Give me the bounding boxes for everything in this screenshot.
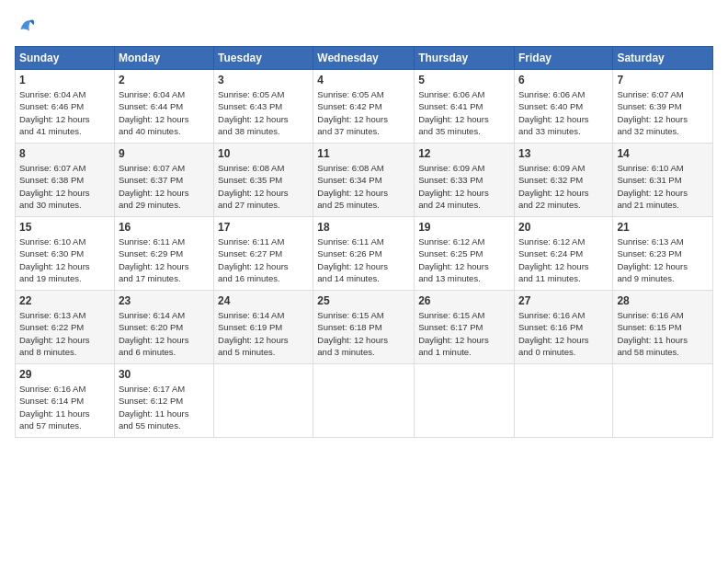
day-number: 8 bbox=[19, 147, 110, 160]
logo bbox=[15, 15, 39, 37]
day-number: 7 bbox=[617, 74, 709, 86]
logo-icon bbox=[15, 15, 37, 37]
day-number: 25 bbox=[317, 294, 410, 307]
day-info: Sunrise: 6:07 AMSunset: 6:37 PMDaylight:… bbox=[119, 162, 210, 211]
day-number: 4 bbox=[317, 74, 410, 86]
day-number: 12 bbox=[418, 147, 510, 160]
calendar-cell: 19Sunrise: 6:12 AMSunset: 6:25 PMDayligh… bbox=[415, 217, 515, 291]
day-info: Sunrise: 6:10 AMSunset: 6:30 PMDaylight:… bbox=[19, 236, 110, 284]
calendar-cell: 1Sunrise: 6:04 AMSunset: 6:46 PMDaylight… bbox=[16, 70, 115, 144]
calendar-cell: 3Sunrise: 6:05 AMSunset: 6:43 PMDaylight… bbox=[214, 70, 313, 144]
calendar-cell bbox=[613, 364, 713, 438]
day-info: Sunrise: 6:14 AMSunset: 6:20 PMDaylight:… bbox=[119, 309, 210, 358]
day-info: Sunrise: 6:11 AMSunset: 6:26 PMDaylight:… bbox=[317, 236, 410, 284]
col-header-saturday: Saturday bbox=[613, 47, 713, 70]
calendar-cell: 25Sunrise: 6:15 AMSunset: 6:18 PMDayligh… bbox=[313, 291, 415, 364]
day-info: Sunrise: 6:11 AMSunset: 6:29 PMDaylight:… bbox=[119, 236, 210, 284]
day-info: Sunrise: 6:13 AMSunset: 6:22 PMDaylight:… bbox=[19, 309, 110, 358]
day-info: Sunrise: 6:05 AMSunset: 6:43 PMDaylight:… bbox=[218, 88, 309, 137]
day-info: Sunrise: 6:10 AMSunset: 6:31 PMDaylight:… bbox=[617, 162, 709, 211]
calendar-cell: 8Sunrise: 6:07 AMSunset: 6:38 PMDaylight… bbox=[16, 144, 115, 217]
calendar-cell: 16Sunrise: 6:11 AMSunset: 6:29 PMDayligh… bbox=[114, 217, 213, 291]
day-number: 27 bbox=[518, 294, 609, 307]
day-info: Sunrise: 6:05 AMSunset: 6:42 PMDaylight:… bbox=[317, 88, 410, 137]
calendar-cell: 13Sunrise: 6:09 AMSunset: 6:32 PMDayligh… bbox=[514, 144, 612, 217]
calendar-cell: 26Sunrise: 6:15 AMSunset: 6:17 PMDayligh… bbox=[415, 291, 515, 364]
day-number: 16 bbox=[119, 221, 210, 234]
day-info: Sunrise: 6:11 AMSunset: 6:27 PMDaylight:… bbox=[218, 236, 309, 284]
day-info: Sunrise: 6:04 AMSunset: 6:46 PMDaylight:… bbox=[19, 88, 110, 137]
day-number: 19 bbox=[418, 221, 510, 234]
day-info: Sunrise: 6:07 AMSunset: 6:38 PMDaylight:… bbox=[19, 162, 110, 211]
calendar-week-row: 15Sunrise: 6:10 AMSunset: 6:30 PMDayligh… bbox=[16, 217, 713, 291]
calendar-cell bbox=[313, 364, 415, 438]
calendar-cell: 20Sunrise: 6:12 AMSunset: 6:24 PMDayligh… bbox=[514, 217, 612, 291]
day-number: 29 bbox=[19, 368, 110, 381]
day-info: Sunrise: 6:13 AMSunset: 6:23 PMDaylight:… bbox=[617, 236, 709, 284]
day-number: 23 bbox=[119, 294, 210, 307]
day-info: Sunrise: 6:15 AMSunset: 6:17 PMDaylight:… bbox=[418, 309, 510, 358]
day-info: Sunrise: 6:14 AMSunset: 6:19 PMDaylight:… bbox=[218, 309, 309, 358]
day-number: 6 bbox=[518, 74, 609, 86]
calendar-cell: 15Sunrise: 6:10 AMSunset: 6:30 PMDayligh… bbox=[16, 217, 115, 291]
day-number: 24 bbox=[218, 294, 309, 307]
day-info: Sunrise: 6:08 AMSunset: 6:34 PMDaylight:… bbox=[317, 162, 410, 211]
day-info: Sunrise: 6:08 AMSunset: 6:35 PMDaylight:… bbox=[218, 162, 309, 211]
calendar-cell: 28Sunrise: 6:16 AMSunset: 6:15 PMDayligh… bbox=[613, 291, 713, 364]
calendar-cell: 10Sunrise: 6:08 AMSunset: 6:35 PMDayligh… bbox=[214, 144, 313, 217]
header bbox=[15, 15, 713, 37]
day-info: Sunrise: 6:09 AMSunset: 6:32 PMDaylight:… bbox=[518, 162, 609, 211]
calendar-week-row: 1Sunrise: 6:04 AMSunset: 6:46 PMDaylight… bbox=[16, 70, 713, 144]
day-number: 21 bbox=[617, 221, 709, 234]
col-header-friday: Friday bbox=[514, 47, 612, 70]
day-info: Sunrise: 6:16 AMSunset: 6:16 PMDaylight:… bbox=[518, 309, 609, 358]
calendar-table: SundayMondayTuesdayWednesdayThursdayFrid… bbox=[15, 46, 713, 438]
day-number: 18 bbox=[317, 221, 410, 234]
day-number: 26 bbox=[418, 294, 510, 307]
calendar-cell bbox=[214, 364, 313, 438]
calendar-cell: 17Sunrise: 6:11 AMSunset: 6:27 PMDayligh… bbox=[214, 217, 313, 291]
day-number: 5 bbox=[418, 74, 510, 86]
calendar-week-row: 22Sunrise: 6:13 AMSunset: 6:22 PMDayligh… bbox=[16, 291, 713, 364]
day-info: Sunrise: 6:06 AMSunset: 6:41 PMDaylight:… bbox=[418, 88, 510, 137]
day-info: Sunrise: 6:07 AMSunset: 6:39 PMDaylight:… bbox=[617, 88, 709, 137]
day-number: 9 bbox=[119, 147, 210, 160]
calendar-cell: 23Sunrise: 6:14 AMSunset: 6:20 PMDayligh… bbox=[114, 291, 213, 364]
col-header-tuesday: Tuesday bbox=[214, 47, 313, 70]
day-info: Sunrise: 6:16 AMSunset: 6:14 PMDaylight:… bbox=[19, 383, 110, 431]
calendar-cell bbox=[514, 364, 612, 438]
calendar-cell: 30Sunrise: 6:17 AMSunset: 6:12 PMDayligh… bbox=[114, 364, 213, 438]
calendar-cell: 5Sunrise: 6:06 AMSunset: 6:41 PMDaylight… bbox=[415, 70, 515, 144]
calendar-cell bbox=[415, 364, 515, 438]
calendar-header-row: SundayMondayTuesdayWednesdayThursdayFrid… bbox=[16, 47, 713, 70]
calendar-cell: 22Sunrise: 6:13 AMSunset: 6:22 PMDayligh… bbox=[16, 291, 115, 364]
calendar-cell: 27Sunrise: 6:16 AMSunset: 6:16 PMDayligh… bbox=[514, 291, 612, 364]
calendar-cell: 11Sunrise: 6:08 AMSunset: 6:34 PMDayligh… bbox=[313, 144, 415, 217]
day-info: Sunrise: 6:12 AMSunset: 6:25 PMDaylight:… bbox=[418, 236, 510, 284]
page: SundayMondayTuesdayWednesdayThursdayFrid… bbox=[0, 0, 728, 563]
day-number: 17 bbox=[218, 221, 309, 234]
calendar-cell: 4Sunrise: 6:05 AMSunset: 6:42 PMDaylight… bbox=[313, 70, 415, 144]
day-info: Sunrise: 6:12 AMSunset: 6:24 PMDaylight:… bbox=[518, 236, 609, 284]
day-number: 14 bbox=[617, 147, 709, 160]
day-number: 30 bbox=[119, 368, 210, 381]
day-number: 13 bbox=[518, 147, 609, 160]
calendar-cell: 21Sunrise: 6:13 AMSunset: 6:23 PMDayligh… bbox=[613, 217, 713, 291]
calendar-cell: 18Sunrise: 6:11 AMSunset: 6:26 PMDayligh… bbox=[313, 217, 415, 291]
day-number: 3 bbox=[218, 74, 309, 86]
calendar-cell: 29Sunrise: 6:16 AMSunset: 6:14 PMDayligh… bbox=[16, 364, 115, 438]
calendar-cell: 9Sunrise: 6:07 AMSunset: 6:37 PMDaylight… bbox=[114, 144, 213, 217]
day-info: Sunrise: 6:17 AMSunset: 6:12 PMDaylight:… bbox=[119, 383, 210, 431]
day-info: Sunrise: 6:09 AMSunset: 6:33 PMDaylight:… bbox=[418, 162, 510, 211]
day-info: Sunrise: 6:06 AMSunset: 6:40 PMDaylight:… bbox=[518, 88, 609, 137]
day-number: 10 bbox=[218, 147, 309, 160]
day-number: 1 bbox=[19, 74, 110, 86]
calendar-cell: 24Sunrise: 6:14 AMSunset: 6:19 PMDayligh… bbox=[214, 291, 313, 364]
calendar-cell: 6Sunrise: 6:06 AMSunset: 6:40 PMDaylight… bbox=[514, 70, 612, 144]
day-number: 28 bbox=[617, 294, 709, 307]
col-header-thursday: Thursday bbox=[415, 47, 515, 70]
day-number: 15 bbox=[19, 221, 110, 234]
calendar-week-row: 8Sunrise: 6:07 AMSunset: 6:38 PMDaylight… bbox=[16, 144, 713, 217]
day-info: Sunrise: 6:04 AMSunset: 6:44 PMDaylight:… bbox=[119, 88, 210, 137]
calendar-week-row: 29Sunrise: 6:16 AMSunset: 6:14 PMDayligh… bbox=[16, 364, 713, 438]
